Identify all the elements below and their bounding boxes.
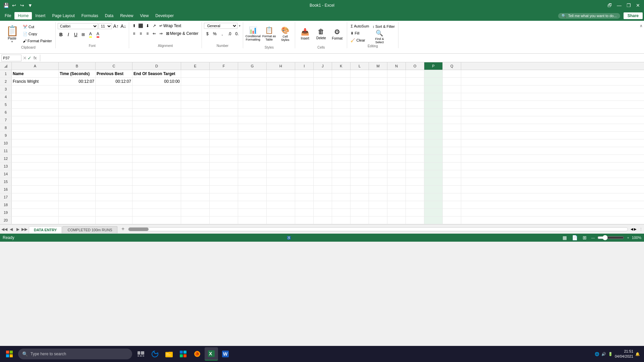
cell-P10[interactable] (424, 139, 443, 147)
cell-L18[interactable] (351, 201, 369, 208)
cell-M15[interactable] (369, 178, 387, 185)
cell-J20[interactable] (314, 217, 332, 224)
cell-I9[interactable] (295, 132, 314, 139)
row-header-13[interactable]: 13 (0, 163, 12, 170)
cell-K13[interactable] (332, 163, 351, 170)
cell-G20[interactable] (238, 217, 267, 224)
cell-H1[interactable] (267, 70, 295, 77)
cell-F17[interactable] (210, 193, 238, 201)
cell-A15[interactable] (12, 178, 59, 185)
col-header-i[interactable]: I (295, 62, 314, 70)
cell-O5[interactable] (406, 101, 424, 108)
cell-M10[interactable] (369, 139, 387, 147)
cell-M13[interactable] (369, 163, 387, 170)
cell-N3[interactable] (387, 85, 406, 93)
cell-B20[interactable] (59, 217, 96, 224)
scroll-left-button[interactable]: ◀ (631, 227, 633, 231)
copy-button[interactable]: 📄 Copy (21, 31, 53, 37)
cell-H20[interactable] (267, 217, 295, 224)
corner-cell[interactable] (0, 62, 12, 70)
cell-L13[interactable] (351, 163, 369, 170)
cell-D3[interactable] (132, 85, 181, 93)
cell-H14[interactable] (267, 170, 295, 178)
cell-B3[interactable] (59, 85, 96, 93)
cell-F1[interactable] (210, 70, 238, 77)
menu-insert[interactable]: Insert (32, 12, 49, 19)
cell-D9[interactable] (132, 132, 181, 139)
cell-O16[interactable] (406, 186, 424, 193)
cell-L16[interactable] (351, 186, 369, 193)
cell-Q6[interactable] (443, 109, 461, 116)
sheet-tab-data-entry[interactable]: DATA ENTRY (29, 226, 62, 233)
cell-O11[interactable] (406, 147, 424, 155)
cell-B17[interactable] (59, 193, 96, 201)
cell-E4[interactable] (181, 93, 210, 101)
cell-H13[interactable] (267, 163, 295, 170)
cell-J7[interactable] (314, 116, 332, 124)
cell-J11[interactable] (314, 147, 332, 155)
col-header-q[interactable]: Q (443, 62, 461, 70)
cell-B9[interactable] (59, 132, 96, 139)
cell-O18[interactable] (406, 201, 424, 208)
cell-A4[interactable] (12, 93, 59, 101)
cell-C8[interactable] (96, 124, 132, 131)
cell-K1[interactable] (332, 70, 351, 77)
row-header-17[interactable]: 17 (0, 193, 12, 201)
cell-N8[interactable] (387, 124, 406, 131)
cell-G12[interactable] (238, 155, 267, 162)
cell-M12[interactable] (369, 155, 387, 162)
cell-D2[interactable]: 00:10:00 (132, 78, 181, 85)
cell-L6[interactable] (351, 109, 369, 116)
cell-G14[interactable] (238, 170, 267, 178)
fill-color-button[interactable]: A (87, 31, 94, 38)
cell-E6[interactable] (181, 109, 210, 116)
cell-P11[interactable] (424, 147, 443, 155)
cell-M17[interactable] (369, 193, 387, 201)
cell-J9[interactable] (314, 132, 332, 139)
cell-A14[interactable] (12, 170, 59, 178)
cell-M6[interactable] (369, 109, 387, 116)
currency-button[interactable]: $ (204, 31, 211, 37)
conditional-formatting-button[interactable]: 📊 Conditional Formatting (245, 23, 261, 45)
menu-view[interactable]: View (137, 12, 152, 19)
cell-J10[interactable] (314, 139, 332, 147)
cell-E14[interactable] (181, 170, 210, 178)
menu-formulas[interactable]: Formulas (78, 12, 102, 19)
insert-function-button[interactable]: fx (32, 56, 38, 60)
cell-P15[interactable] (424, 178, 443, 185)
cell-Q5[interactable] (443, 101, 461, 108)
cell-H16[interactable] (267, 186, 295, 193)
cell-F6[interactable] (210, 109, 238, 116)
cell-Q18[interactable] (443, 201, 461, 208)
cell-A9[interactable] (12, 132, 59, 139)
cell-E13[interactable] (181, 163, 210, 170)
paste-button[interactable]: 📋 Paste ▼ (3, 23, 21, 45)
menu-home[interactable]: Home (14, 12, 32, 19)
cell-C2[interactable]: 00:12:07 (96, 78, 132, 85)
increase-indent-button[interactable]: ⇒ (158, 31, 164, 37)
format-as-table-button[interactable]: 📋 Format as Table (261, 23, 277, 45)
cell-I11[interactable] (295, 147, 314, 155)
share-button[interactable]: Share (624, 12, 643, 19)
cell-O7[interactable] (406, 116, 424, 124)
cell-K4[interactable] (332, 93, 351, 101)
decrease-indent-button[interactable]: ⇐ (151, 31, 157, 37)
cell-O15[interactable] (406, 178, 424, 185)
cell-O19[interactable] (406, 209, 424, 216)
cell-J14[interactable] (314, 170, 332, 178)
cell-G19[interactable] (238, 209, 267, 216)
cell-K10[interactable] (332, 139, 351, 147)
cell-A11[interactable] (12, 147, 59, 155)
cell-F5[interactable] (210, 101, 238, 108)
row-header-15[interactable]: 15 (0, 178, 12, 185)
cell-J8[interactable] (314, 124, 332, 131)
cell-J5[interactable] (314, 101, 332, 108)
cell-H11[interactable] (267, 147, 295, 155)
cell-I18[interactable] (295, 201, 314, 208)
col-header-g[interactable]: G (238, 62, 267, 70)
cell-B1[interactable]: Time (Seconds) (59, 70, 96, 77)
cell-G16[interactable] (238, 186, 267, 193)
col-header-l[interactable]: L (351, 62, 369, 70)
cell-I12[interactable] (295, 155, 314, 162)
cell-C5[interactable] (96, 101, 132, 108)
